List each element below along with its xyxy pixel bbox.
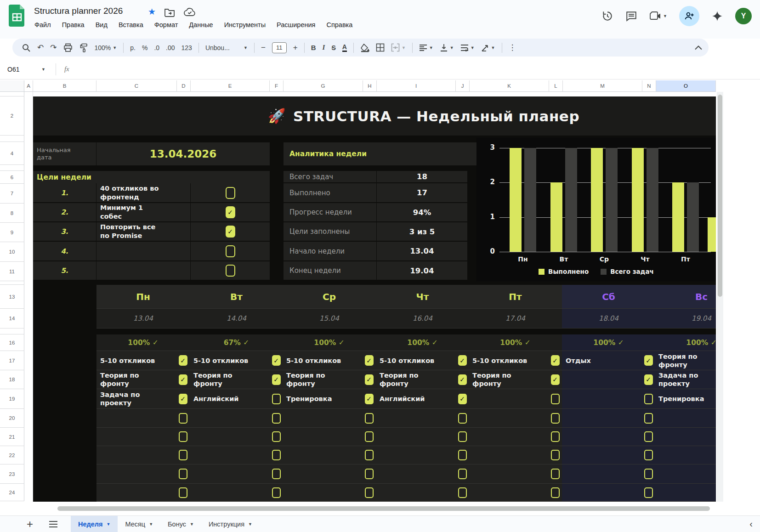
task-text[interactable] — [376, 428, 455, 446]
task-text[interactable]: Английский — [190, 389, 269, 408]
task-text[interactable]: Теория по фронту — [190, 370, 269, 389]
search-icon[interactable] — [22, 43, 31, 52]
task-text[interactable] — [96, 446, 176, 464]
menu-Файл[interactable]: Файл — [30, 19, 55, 30]
goal-checkbox[interactable] — [226, 265, 235, 277]
row-header-10[interactable]: 10 — [0, 242, 24, 262]
task-checkbox[interactable] — [551, 450, 560, 460]
all-sheets-icon[interactable] — [49, 521, 58, 527]
task-text[interactable]: Теория по фронту — [96, 370, 176, 389]
task-text[interactable] — [96, 428, 176, 446]
task-text[interactable]: Теория по фронту — [655, 351, 716, 370]
task-checkbox[interactable]: ✓ — [272, 374, 281, 385]
gemini-icon[interactable] — [711, 10, 723, 22]
task-checkbox[interactable] — [272, 394, 281, 404]
task-checkbox[interactable]: ✓ — [179, 374, 187, 385]
goal-checkbox[interactable]: ✓ — [226, 206, 235, 218]
task-checkbox[interactable]: ✓ — [458, 394, 467, 404]
paint-format-button[interactable] — [79, 43, 88, 52]
row-header-18[interactable]: 18 — [0, 370, 24, 389]
task-checkbox[interactable] — [272, 431, 281, 442]
sheet-tab-menu-icon[interactable]: ▼ — [248, 522, 252, 526]
row-header-15[interactable] — [0, 328, 24, 334]
task-checkbox[interactable] — [365, 469, 374, 479]
column-header-M[interactable]: M — [563, 80, 642, 92]
task-checkbox[interactable] — [272, 450, 281, 460]
goal-checkbox[interactable] — [226, 245, 235, 257]
row-header-5[interactable] — [0, 165, 24, 171]
task-text[interactable] — [469, 428, 548, 446]
start-date-value[interactable]: 13.04.2026 — [96, 142, 270, 165]
row-header-12[interactable] — [0, 281, 24, 285]
task-checkbox[interactable] — [551, 487, 560, 498]
bold-button[interactable]: B — [311, 44, 316, 51]
avatar[interactable]: Y — [735, 8, 752, 24]
menu-Вставка[interactable]: Вставка — [114, 19, 147, 30]
sheet-tab-Неделя[interactable]: Неделя▼ — [71, 516, 118, 532]
name-box-dropdown-icon[interactable]: ▼ — [41, 67, 45, 72]
sheets-logo-icon[interactable] — [9, 5, 25, 27]
text-color-button[interactable]: A — [342, 44, 347, 52]
menu-Формат[interactable]: Формат — [150, 19, 182, 30]
task-text[interactable]: Отдых — [562, 351, 641, 370]
strikethrough-button[interactable]: S — [331, 44, 335, 51]
task-checkbox[interactable] — [365, 431, 374, 442]
row-header-20[interactable]: 20 — [0, 409, 24, 428]
goal-checkbox[interactable]: ✓ — [226, 226, 235, 238]
task-text[interactable] — [283, 484, 362, 501]
task-text[interactable] — [376, 409, 455, 427]
task-checkbox[interactable] — [644, 450, 653, 460]
row-header-13[interactable]: 13 — [0, 285, 24, 309]
task-checkbox[interactable] — [644, 487, 653, 498]
column-header-D[interactable]: D — [177, 80, 191, 92]
task-checkbox[interactable]: ✓ — [458, 355, 467, 366]
task-checkbox[interactable] — [458, 431, 467, 442]
task-text[interactable] — [562, 409, 641, 427]
task-text[interactable]: Теория по фронту — [376, 370, 455, 389]
row-header-3[interactable] — [0, 136, 24, 142]
task-text[interactable]: Задача по проекту — [96, 389, 176, 408]
task-checkbox[interactable] — [458, 413, 467, 424]
join-call-button[interactable]: ▼ — [649, 11, 667, 21]
task-checkbox[interactable]: ✓ — [272, 355, 281, 366]
version-history-icon[interactable] — [601, 10, 613, 22]
menu-Справка[interactable]: Справка — [322, 19, 357, 30]
task-checkbox[interactable] — [458, 487, 467, 498]
task-text[interactable]: Английский — [376, 389, 455, 408]
task-checkbox[interactable] — [644, 469, 653, 479]
task-text[interactable]: Теория по фронту — [283, 370, 362, 389]
row-header-2[interactable]: 2 — [0, 96, 24, 136]
task-text[interactable] — [562, 370, 641, 389]
column-header-E[interactable]: E — [191, 80, 270, 92]
day-header[interactable]: Вт — [190, 285, 284, 309]
row-header-6[interactable]: 6 — [0, 171, 24, 184]
row-header-11[interactable]: 11 — [0, 262, 24, 281]
day-header[interactable]: Ср — [283, 285, 376, 309]
sheet-tab-menu-icon[interactable]: ▼ — [107, 522, 111, 526]
more-formats-button[interactable]: 123 — [181, 44, 192, 51]
task-text[interactable] — [469, 409, 548, 427]
task-checkbox[interactable] — [551, 413, 560, 424]
menu-Вид[interactable]: Вид — [91, 19, 112, 30]
task-text[interactable] — [655, 484, 716, 501]
task-text[interactable] — [96, 409, 176, 427]
move-folder-icon[interactable] — [164, 8, 175, 17]
sheet-tab-Бонус[interactable]: Бонус▼ — [160, 516, 201, 532]
task-text[interactable]: 5-10 откликов — [96, 351, 176, 370]
vertical-scrollbar[interactable] — [717, 92, 723, 502]
column-header-G[interactable]: G — [284, 80, 363, 92]
fill-color-button[interactable] — [360, 43, 369, 52]
column-header-N[interactable]: N — [642, 80, 656, 92]
vertical-align-button[interactable]: ▼ — [440, 44, 454, 52]
row-header-4[interactable]: 4 — [0, 142, 24, 165]
menu-Расширения[interactable]: Расширения — [272, 19, 319, 30]
horizontal-align-button[interactable]: ▼ — [419, 44, 433, 51]
text-wrap-button[interactable]: ▼ — [460, 44, 475, 51]
task-checkbox[interactable]: ✓ — [365, 374, 374, 385]
task-text[interactable] — [190, 446, 269, 464]
format-percent-button[interactable]: % — [142, 44, 147, 51]
row-header-7[interactable]: 7 — [0, 184, 24, 204]
task-text[interactable] — [469, 484, 548, 501]
column-header-B[interactable]: B — [33, 80, 96, 92]
task-text[interactable] — [190, 484, 269, 501]
